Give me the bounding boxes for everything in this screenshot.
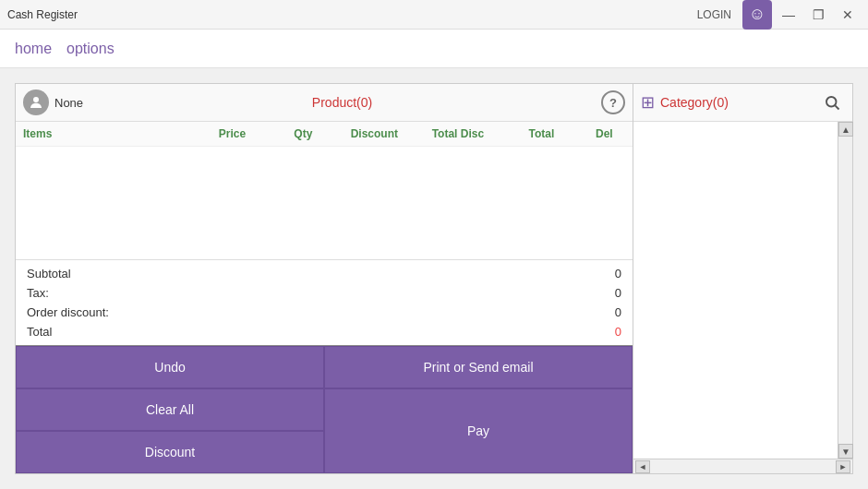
- print-send-button[interactable]: Print or Send email: [324, 346, 633, 388]
- order-discount-label: Order discount:: [27, 305, 109, 319]
- category-label: Category(0): [660, 95, 814, 110]
- right-panel: ⊞ Category(0) ▲ ▼ ◄ ►: [633, 83, 853, 474]
- customer-section: None: [23, 89, 83, 115]
- app-title-section: Cash Register: [7, 8, 78, 21]
- category-body: ▲ ▼: [633, 122, 852, 459]
- col-price: Price: [190, 127, 274, 140]
- subtotal-label: Subtotal: [27, 267, 71, 280]
- nav-options[interactable]: options: [66, 41, 115, 57]
- scroll-left-button[interactable]: ◄: [635, 460, 650, 473]
- total-label: Total: [27, 325, 52, 339]
- nav-bar: home options: [0, 30, 868, 68]
- col-total-disc: Total Disc: [416, 127, 500, 140]
- tax-label: Tax:: [27, 286, 49, 300]
- scroll-panel: ▲ ▼: [838, 122, 852, 459]
- svg-point-1: [826, 97, 837, 107]
- window-controls: LOGIN ☺ — ❐ ✕: [697, 0, 861, 30]
- totals-section: Subtotal 0 Tax: 0 Order discount: 0 Tota…: [16, 259, 633, 345]
- restore-button[interactable]: ❐: [805, 5, 831, 25]
- col-del: Del: [584, 127, 625, 140]
- login-label[interactable]: LOGIN: [697, 8, 731, 21]
- left-panel: None Product(0) ? Items Price Qty Discou…: [15, 83, 633, 474]
- col-discount: Discount: [332, 127, 416, 140]
- clear-all-button[interactable]: Clear All: [16, 388, 324, 431]
- discount-button[interactable]: Discount: [16, 431, 324, 473]
- grid-icon: ⊞: [641, 92, 655, 113]
- help-button[interactable]: ?: [601, 90, 625, 114]
- customer-icon: [23, 89, 49, 115]
- col-total: Total: [500, 127, 584, 140]
- undo-button[interactable]: Undo: [16, 346, 324, 388]
- tax-row: Tax: 0: [27, 283, 621, 303]
- order-discount-row: Order discount: 0: [27, 303, 621, 322]
- tax-value: 0: [615, 286, 621, 300]
- smiley-icon: ☺: [742, 0, 772, 30]
- bottom-scroll: ◄ ►: [633, 459, 852, 473]
- search-button[interactable]: [819, 89, 845, 115]
- product-header: None Product(0) ?: [16, 84, 633, 122]
- scroll-up-button[interactable]: ▲: [838, 122, 853, 137]
- scroll-right-button[interactable]: ►: [836, 460, 850, 473]
- category-header: ⊞ Category(0): [633, 84, 852, 122]
- close-button[interactable]: ✕: [835, 5, 861, 25]
- app-title: Cash Register: [7, 8, 78, 21]
- main-content: None Product(0) ? Items Price Qty Discou…: [0, 68, 868, 489]
- items-table: Items Price Qty Discount Total Disc Tota…: [16, 122, 633, 259]
- title-bar: Cash Register LOGIN ☺ — ❐ ✕: [0, 0, 868, 30]
- total-row: Total 0: [27, 322, 621, 341]
- svg-point-0: [33, 97, 39, 102]
- product-count: Product(0): [90, 95, 594, 110]
- pay-button[interactable]: Pay: [324, 388, 633, 473]
- customer-name: None: [54, 96, 83, 110]
- table-body: [16, 147, 633, 259]
- scroll-down-button[interactable]: ▼: [838, 444, 853, 459]
- col-qty: Qty: [274, 127, 332, 140]
- subtotal-value: 0: [615, 267, 621, 280]
- action-buttons: UndoPrint or Send emailClear AllPayDisco…: [16, 345, 633, 473]
- nav-home[interactable]: home: [15, 41, 52, 57]
- table-header: Items Price Qty Discount Total Disc Tota…: [16, 122, 633, 147]
- total-value: 0: [615, 325, 621, 339]
- subtotal-row: Subtotal 0: [27, 264, 621, 283]
- order-discount-value: 0: [615, 305, 621, 319]
- col-items: Items: [23, 127, 190, 140]
- minimize-button[interactable]: —: [776, 5, 802, 25]
- svg-line-2: [835, 105, 838, 109]
